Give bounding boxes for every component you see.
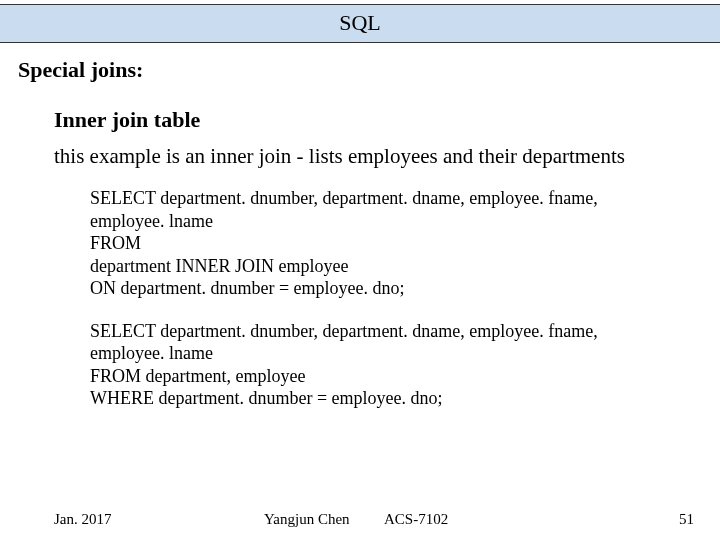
code-line: FROM department, employee bbox=[90, 365, 654, 388]
slide-title: SQL bbox=[339, 10, 381, 35]
footer-date: Jan. 2017 bbox=[54, 511, 264, 528]
code-line: FROM bbox=[90, 232, 654, 255]
code-line: employee. lname bbox=[90, 210, 654, 233]
code-line: department INNER JOIN employee bbox=[90, 255, 654, 278]
code-area: SELECT department. dnumber, department. … bbox=[54, 187, 654, 410]
footer-author: Yangjun Chen bbox=[264, 511, 384, 528]
slide-footer: Jan. 2017 Yangjun Chen ACS-7102 51 bbox=[0, 511, 720, 528]
code-line: ON department. dnumber = employee. dno; bbox=[90, 277, 654, 300]
code-line: WHERE department. dnumber = employee. dn… bbox=[90, 387, 654, 410]
description-text: this example is an inner join - lists em… bbox=[54, 143, 634, 169]
code-line: SELECT department. dnumber, department. … bbox=[90, 187, 654, 210]
code-block-1: SELECT department. dnumber, department. … bbox=[90, 187, 654, 300]
code-line: SELECT department. dnumber, department. … bbox=[90, 320, 654, 343]
content-area: Inner join table this example is an inne… bbox=[0, 83, 720, 410]
section-heading: Special joins: bbox=[0, 43, 720, 83]
code-block-2: SELECT department. dnumber, department. … bbox=[90, 320, 654, 410]
footer-course: ACS-7102 bbox=[384, 511, 494, 528]
code-line: employee. lname bbox=[90, 342, 654, 365]
subheading: Inner join table bbox=[54, 107, 720, 133]
footer-page-number: 51 bbox=[679, 511, 694, 528]
slide-title-bar: SQL bbox=[0, 4, 720, 43]
